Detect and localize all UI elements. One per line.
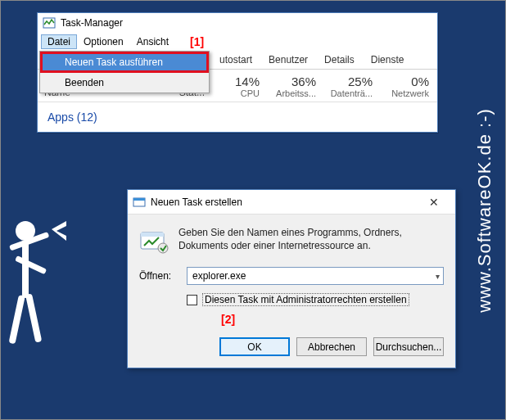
open-label: Öffnen: xyxy=(139,270,178,282)
cpu-percent: 14% xyxy=(215,75,260,88)
memory-label: Arbeitss... xyxy=(271,88,316,98)
tab-details[interactable]: Details xyxy=(316,51,363,69)
browse-button[interactable]: Durchsuchen... xyxy=(373,337,444,356)
menu-view[interactable]: Ansicht xyxy=(130,34,175,49)
run-dialog: Neuen Task erstellen ✕ Geben Sie den Nam… xyxy=(127,189,456,368)
memory-percent: 36% xyxy=(271,75,316,88)
col-disk[interactable]: 25% Datenträ... xyxy=(324,70,381,102)
titlebar[interactable]: Task-Manager xyxy=(38,13,437,33)
annotation-marker-1: [1] xyxy=(190,35,204,48)
svg-rect-4 xyxy=(9,295,25,344)
dialog-description: Geben Sie den Namen eines Programms, Ord… xyxy=(178,226,444,255)
svg-rect-3 xyxy=(15,255,47,274)
menu-exit[interactable]: Beenden xyxy=(40,73,209,93)
menubar: Datei Optionen Ansicht [1] Neuen Task au… xyxy=(38,33,437,51)
disk-percent: 25% xyxy=(328,75,373,88)
file-dropdown: Neuen Task ausführen Beenden xyxy=(39,51,210,93)
network-percent: 0% xyxy=(384,75,429,88)
tab-users[interactable]: Benutzer xyxy=(260,51,316,69)
chevron-down-icon[interactable]: ▾ xyxy=(436,272,440,281)
cpu-label: CPU xyxy=(215,88,260,98)
dialog-button-row: OK Abbrechen Durchsuchen... xyxy=(128,329,455,368)
disk-label: Datenträ... xyxy=(328,88,373,98)
col-memory[interactable]: 36% Arbeitss... xyxy=(268,70,324,102)
tab-autostart[interactable]: utostart xyxy=(211,51,260,69)
network-label: Netzwerk xyxy=(384,88,429,98)
cancel-button[interactable]: Abbrechen xyxy=(296,337,367,356)
admin-checkbox-label[interactable]: Diesen Task mit Administratorrechten ers… xyxy=(202,293,409,306)
task-manager-window: Task-Manager Datei Optionen Ansicht [1] … xyxy=(37,12,438,133)
svg-rect-10 xyxy=(141,233,164,237)
admin-checkbox[interactable] xyxy=(187,295,197,305)
open-combobox[interactable]: explorer.exe ▾ xyxy=(187,267,444,285)
annotation-marker-2: [2] xyxy=(221,313,444,326)
watermark-text: www.SoftwareOK.de :-) xyxy=(474,108,495,313)
col-cpu[interactable]: 14% CPU xyxy=(211,70,268,102)
watermark-figure xyxy=(1,206,83,370)
apps-group-row[interactable]: Apps (12) xyxy=(38,102,437,132)
svg-rect-1 xyxy=(22,241,29,298)
window-title: Task-Manager xyxy=(61,17,123,29)
run-dialog-icon xyxy=(133,196,146,209)
menu-run-new-task[interactable]: Neuen Task ausführen xyxy=(40,52,209,73)
col-network[interactable]: 0% Netzwerk xyxy=(381,70,437,102)
run-prompt-icon xyxy=(139,226,169,255)
menu-options[interactable]: Optionen xyxy=(77,34,130,49)
ok-button[interactable]: OK xyxy=(219,337,290,356)
task-manager-icon xyxy=(43,16,56,29)
close-icon: ✕ xyxy=(429,196,439,209)
tab-services[interactable]: Dienste xyxy=(363,51,413,69)
menu-file[interactable]: Datei xyxy=(41,34,77,49)
open-value: explorer.exe xyxy=(192,270,246,282)
dialog-titlebar[interactable]: Neuen Task erstellen ✕ xyxy=(128,190,455,215)
close-button[interactable]: ✕ xyxy=(418,196,450,209)
svg-rect-5 xyxy=(25,293,42,342)
dialog-title: Neuen Task erstellen xyxy=(151,196,242,208)
svg-rect-8 xyxy=(133,198,145,201)
